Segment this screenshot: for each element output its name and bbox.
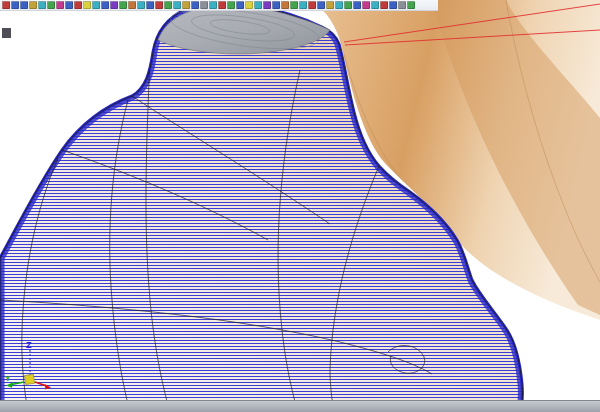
toolbar-icon-34[interactable] bbox=[299, 1, 307, 9]
toolbar-icon-35[interactable] bbox=[308, 1, 316, 9]
toolbar-icon-43[interactable] bbox=[380, 1, 388, 9]
toolbar-icon-16[interactable] bbox=[137, 1, 145, 9]
axis-z-label: Z bbox=[26, 340, 32, 350]
app-window: Z Y bbox=[0, 0, 600, 412]
toolbar-icon-29[interactable] bbox=[254, 1, 262, 9]
toolbar-icon-27[interactable] bbox=[236, 1, 244, 9]
toolbar-icon-19[interactable] bbox=[164, 1, 172, 9]
origin-cube bbox=[24, 374, 34, 384]
axis-x-arrow bbox=[45, 384, 52, 390]
toolbar-icon-26[interactable] bbox=[227, 1, 235, 9]
toolbar-icon-10[interactable] bbox=[83, 1, 91, 9]
toolbar-icon-37[interactable] bbox=[326, 1, 334, 9]
toolbar-icon-6[interactable] bbox=[47, 1, 55, 9]
axis-y-arrow bbox=[6, 382, 13, 388]
viewport-3d[interactable] bbox=[0, 0, 600, 412]
toolbar-icon-46[interactable] bbox=[407, 1, 415, 9]
toolbar-icon-30[interactable] bbox=[263, 1, 271, 9]
toolbar-icon-2[interactable] bbox=[11, 1, 19, 9]
toolbar-icon-17[interactable] bbox=[146, 1, 154, 9]
toolbar-icon-4[interactable] bbox=[29, 1, 37, 9]
main-toolbar bbox=[0, 0, 438, 11]
toolbar-icon-24[interactable] bbox=[209, 1, 217, 9]
toolbar-icon-42[interactable] bbox=[371, 1, 379, 9]
toolbar-icon-40[interactable] bbox=[353, 1, 361, 9]
toolbar-icon-14[interactable] bbox=[119, 1, 127, 9]
toolbar-icon-31[interactable] bbox=[272, 1, 280, 9]
toolbar-icon-36[interactable] bbox=[317, 1, 325, 9]
toolbar-icon-11[interactable] bbox=[92, 1, 100, 9]
axis-y-label: Y bbox=[5, 374, 11, 383]
viewport-marker bbox=[2, 28, 11, 38]
toolbar-icon-21[interactable] bbox=[182, 1, 190, 9]
toolbar-icon-38[interactable] bbox=[335, 1, 343, 9]
toolbar-icon-5[interactable] bbox=[38, 1, 46, 9]
toolbar-icon-3[interactable] bbox=[20, 1, 28, 9]
toolbar-icon-25[interactable] bbox=[218, 1, 226, 9]
toolbar-icon-33[interactable] bbox=[290, 1, 298, 9]
toolbar-icon-13[interactable] bbox=[110, 1, 118, 9]
toolbar-icon-45[interactable] bbox=[398, 1, 406, 9]
toolbar-icon-32[interactable] bbox=[281, 1, 289, 9]
toolbar-icon-8[interactable] bbox=[65, 1, 73, 9]
toolbar-icon-28[interactable] bbox=[245, 1, 253, 9]
toolbar-icon-12[interactable] bbox=[101, 1, 109, 9]
status-bar bbox=[0, 400, 600, 412]
toolbar-icon-22[interactable] bbox=[191, 1, 199, 9]
toolbar-icon-9[interactable] bbox=[74, 1, 82, 9]
toolbar-icon-1[interactable] bbox=[2, 1, 10, 9]
toolbar-icon-41[interactable] bbox=[362, 1, 370, 9]
toolbar-icon-44[interactable] bbox=[389, 1, 397, 9]
toolbar-icon-23[interactable] bbox=[200, 1, 208, 9]
toolbar-icon-18[interactable] bbox=[155, 1, 163, 9]
toolbar-icon-7[interactable] bbox=[56, 1, 64, 9]
toolbar-icon-15[interactable] bbox=[128, 1, 136, 9]
toolbar-icon-39[interactable] bbox=[344, 1, 352, 9]
toolbar-icon-20[interactable] bbox=[173, 1, 181, 9]
axis-gizmo: Z Y bbox=[4, 336, 64, 396]
